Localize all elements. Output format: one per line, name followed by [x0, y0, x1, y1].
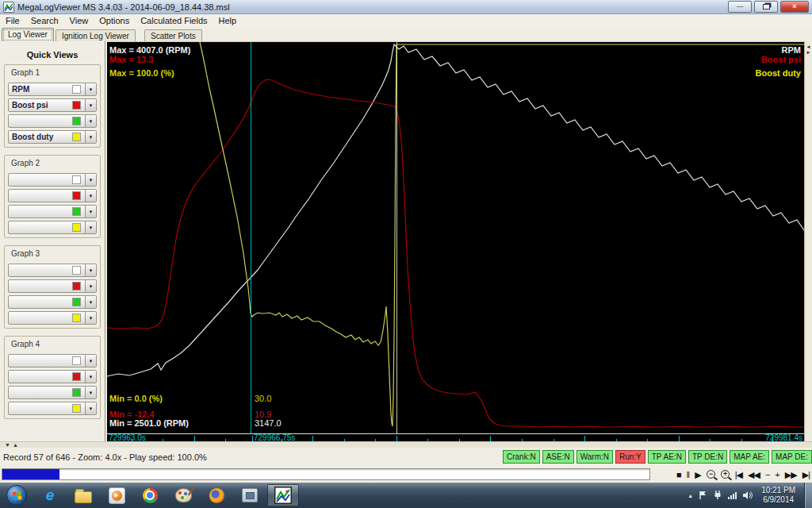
rewind-button[interactable]: ◀◀	[748, 470, 760, 479]
graph2-series2-dropdown[interactable]: ▼	[8, 189, 97, 202]
taskbar-paint-icon[interactable]	[167, 484, 199, 506]
graph1-series4-dropdown[interactable]: Boost duty▼	[8, 130, 97, 144]
chevron-down-icon[interactable]: ▼	[85, 83, 96, 95]
chevron-down-icon[interactable]: ▼	[85, 99, 96, 111]
graph3-series3-dropdown[interactable]: ▼	[8, 295, 97, 309]
show-hidden-icons-button[interactable]: ▲	[688, 493, 693, 498]
taskbar-clock[interactable]: 10:21 PM 6/9/2014	[761, 486, 795, 505]
rpm-series-line	[107, 44, 804, 376]
graph3-series2-dropdown[interactable]: ▼	[8, 279, 97, 293]
skip-end-button[interactable]: ▶|	[802, 470, 810, 479]
cursor-rpm-value: 3147.0	[255, 418, 282, 428]
chevron-down-icon[interactable]: ▼	[85, 296, 96, 308]
close-button[interactable]: ×	[780, 1, 809, 13]
graph4-series2-dropdown[interactable]: ▼	[8, 370, 97, 383]
chevron-down-icon[interactable]: ▼	[85, 190, 96, 202]
paint-palette-icon	[175, 488, 192, 502]
series-color-swatch	[72, 298, 81, 306]
menu-bar: File Search View Options Calculated Fiel…	[0, 14, 812, 28]
start-button[interactable]	[1, 484, 33, 506]
action-center-flag-icon[interactable]	[699, 491, 707, 500]
zoom-in-button[interactable]: +	[721, 470, 730, 479]
tab-log-viewer[interactable]: Log Viewer	[2, 28, 54, 42]
data-cursor-line[interactable]	[251, 42, 251, 433]
menu-options[interactable]: Options	[94, 16, 135, 25]
panel-collapse-strip[interactable]: ◄ ►	[804, 41, 812, 441]
fast-forward-button[interactable]: ▶▶	[785, 470, 797, 479]
chevron-down-icon[interactable]: ▼	[85, 355, 96, 367]
play-button[interactable]: ▶	[695, 470, 700, 479]
legend-boost-psi: Boost psi	[761, 55, 801, 64]
rpm-min-label: Min = 2501.0 (RPM)	[109, 418, 189, 428]
stop-button[interactable]: ■	[676, 470, 681, 479]
taskbar-firefox-icon[interactable]	[201, 484, 232, 506]
chevron-down-icon[interactable]: ▼	[85, 221, 96, 233]
minimize-button[interactable]: —	[728, 1, 752, 13]
graph2-series4-dropdown[interactable]: ▼	[8, 221, 97, 234]
player-controls: ■ ‖ ▶ − + |◀ ◀◀ − + ▶▶ ▶|	[676, 466, 810, 483]
chevron-down-icon[interactable]: ▼	[85, 206, 96, 217]
graph2-series1-dropdown[interactable]: ▼	[8, 173, 97, 187]
chevron-down-icon[interactable]: ▼	[85, 387, 96, 398]
series-color-swatch	[72, 404, 81, 413]
graph4-series4-dropdown[interactable]: ▼	[8, 402, 97, 415]
splitter-arrows-icon[interactable]: ▼▲	[5, 442, 21, 448]
restore-button[interactable]	[754, 1, 778, 13]
log-position-track[interactable]	[2, 468, 650, 480]
menu-view[interactable]: View	[64, 16, 94, 25]
menu-search[interactable]: Search	[25, 16, 64, 25]
chevron-down-icon[interactable]: ▼	[85, 402, 96, 414]
chevron-down-icon[interactable]: ▼	[85, 131, 96, 143]
graph1-series3-dropdown[interactable]: ▼	[8, 114, 97, 128]
taskbar-media-player-icon[interactable]: ▶	[101, 484, 132, 506]
tab-ignition-log-viewer[interactable]: Ignition Log Viewer	[56, 29, 136, 42]
graph4-series3-dropdown[interactable]: ▼	[8, 386, 97, 399]
series-color-swatch	[72, 266, 81, 275]
power-plug-icon[interactable]	[713, 491, 722, 500]
legend-boost-duty: Boost duty	[756, 68, 801, 78]
pause-button[interactable]: ‖	[687, 470, 690, 479]
step-back-button[interactable]: −	[765, 470, 769, 479]
graph1-series2-dropdown[interactable]: Boost psi▼	[8, 98, 97, 112]
taskbar-utility-app-icon[interactable]	[234, 484, 266, 506]
series-color-swatch	[72, 207, 81, 216]
taskbar-file-explorer-icon[interactable]	[67, 484, 99, 506]
graph1-group: Graph 1 RPM▼ Boost psi▼ ▼ Boost duty▼	[4, 64, 101, 148]
speaker-volume-icon[interactable]	[742, 491, 753, 500]
graph2-series3-dropdown[interactable]: ▼	[8, 205, 97, 218]
graph3-series1-dropdown[interactable]: ▼	[8, 264, 97, 277]
log-graph-plot[interactable]: Max = 4007.0 (RPM) Max = 13.3 Max = 100.…	[107, 41, 804, 433]
taskbar-internet-explorer-icon[interactable]: e	[34, 484, 66, 506]
series-color-swatch	[72, 388, 81, 397]
chevron-down-icon[interactable]: ▼	[85, 280, 96, 292]
menu-help[interactable]: Help	[213, 16, 243, 25]
windows-flag-icon	[12, 491, 21, 500]
collapse-right-icon[interactable]: ►	[805, 50, 812, 56]
chevron-down-icon[interactable]: ▼	[85, 264, 96, 276]
network-signal-icon[interactable]	[728, 492, 737, 499]
graph1-series1-dropdown[interactable]: RPM▼	[8, 83, 97, 96]
graph4-series1-dropdown[interactable]: ▼	[8, 354, 97, 368]
chevron-down-icon[interactable]: ▼	[85, 312, 96, 324]
step-forward-button[interactable]: +	[775, 470, 779, 479]
show-desktop-button[interactable]	[804, 483, 812, 508]
graph3-series4-dropdown[interactable]: ▼	[8, 311, 97, 325]
rpm-max-label: Max = 4007.0 (RPM)	[109, 45, 190, 55]
tab-scatter-plots[interactable]: Scatter Plots	[144, 29, 202, 42]
window-titlebar[interactable]: MegaLogViewer MS 3.4.03 - 2014-06-09_18.…	[0, 0, 812, 14]
boost-max-label: Max = 13.3	[109, 55, 153, 64]
taskbar-megalogviewer-icon[interactable]	[267, 484, 299, 506]
series-color-swatch	[72, 133, 81, 141]
chevron-down-icon[interactable]: ▼	[85, 174, 96, 186]
chevron-down-icon[interactable]: ▼	[85, 371, 96, 383]
collapse-left-icon[interactable]: ◄	[805, 44, 812, 50]
skip-start-button[interactable]: |◀	[735, 470, 742, 479]
megalogviewer-icon	[274, 487, 292, 504]
menu-calculated-fields[interactable]: Calculated Fields	[135, 16, 213, 25]
indicator-run: Run:Y	[615, 450, 645, 464]
menu-file[interactable]: File	[0, 16, 25, 25]
zoom-out-button[interactable]: −	[707, 470, 715, 479]
chevron-down-icon[interactable]: ▼	[85, 115, 96, 127]
taskbar-chrome-icon[interactable]	[134, 484, 166, 506]
boost-psi-series-line	[107, 79, 804, 427]
